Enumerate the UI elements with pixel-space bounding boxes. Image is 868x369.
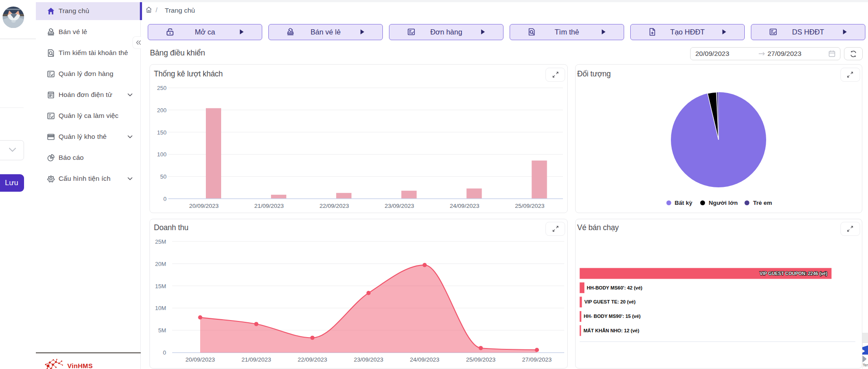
svg-text:VIP GUEST TE: 20 (vé): VIP GUEST TE: 20 (vé) — [584, 299, 636, 304]
svg-text:Người lớn: Người lớn — [709, 200, 738, 206]
svg-text:HH-BODY MS60': 42 (vé): HH-BODY MS60': 42 (vé) — [587, 285, 642, 290]
svg-text:Bất kỳ: Bất kỳ — [675, 200, 693, 206]
svg-text:MẤT KHĂN NHO: 12 (vé): MẤT KHĂN NHO: 12 (vé) — [583, 328, 639, 333]
svg-text:HH- BODY MS90': 15 (vé): HH- BODY MS90': 15 (vé) — [584, 314, 641, 319]
svg-text:Trẻ em: Trẻ em — [753, 200, 772, 206]
svg-text:VIP GUEST COUPON: 2246 (vé): VIP GUEST COUPON: 2246 (vé) — [760, 271, 827, 276]
